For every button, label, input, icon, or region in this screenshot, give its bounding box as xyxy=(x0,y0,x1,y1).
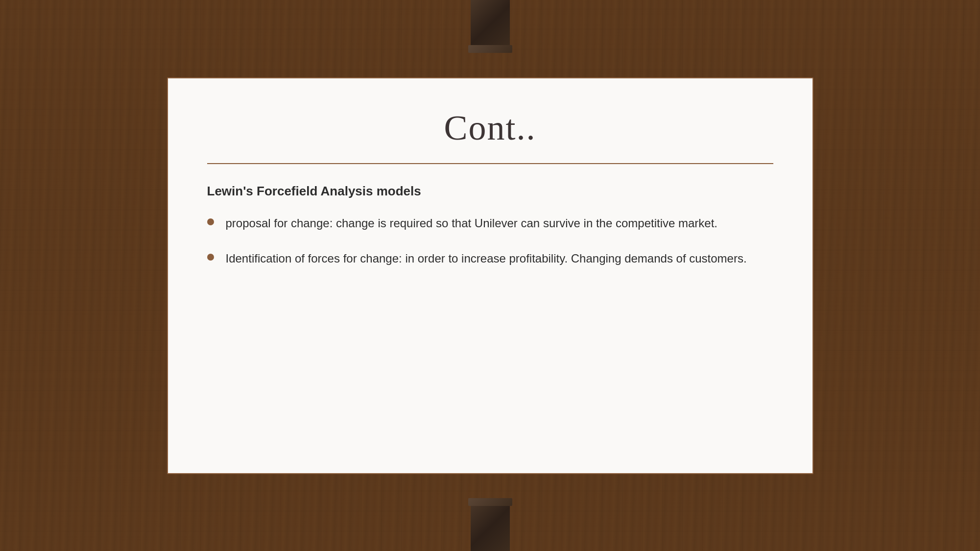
slide-container: Cont.. Lewin's Forcefield Analysis model… xyxy=(167,77,813,474)
slide-title: Cont.. xyxy=(207,108,773,148)
top-clip xyxy=(471,0,510,49)
bullet-item-1: proposal for change: change is required … xyxy=(207,215,773,232)
bullet-item-2: Identification of forces for change: in … xyxy=(207,250,773,267)
bullet-dot-2 xyxy=(207,254,214,261)
divider xyxy=(207,163,773,164)
bottom-clip xyxy=(471,502,510,551)
bullet-text-1: proposal for change: change is required … xyxy=(226,215,773,232)
bullet-dot-1 xyxy=(207,218,214,225)
bullet-text-2: Identification of forces for change: in … xyxy=(226,250,773,267)
section-heading: Lewin's Forcefield Analysis models xyxy=(207,184,773,199)
bullet-list: proposal for change: change is required … xyxy=(207,215,773,285)
